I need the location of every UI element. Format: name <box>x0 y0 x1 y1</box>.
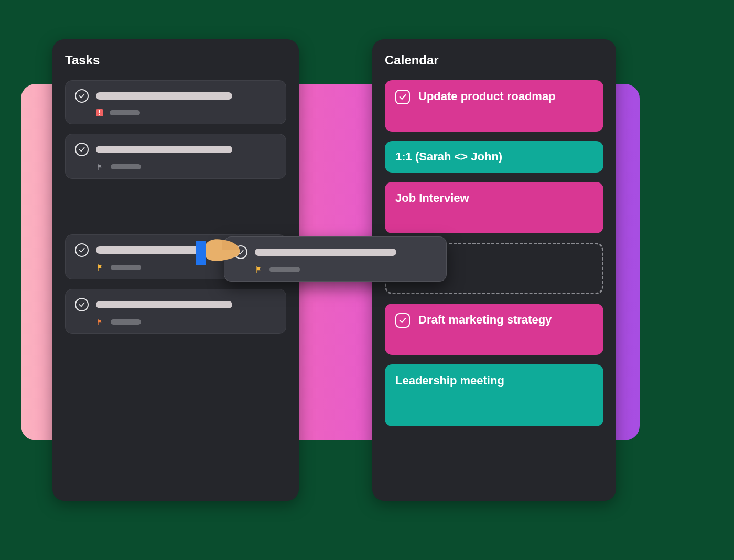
flag-icon <box>96 263 104 272</box>
event-label: Leadership meeting <box>395 374 504 387</box>
calendar-panel-title: Calendar <box>385 53 603 68</box>
checkbox-icon[interactable] <box>75 89 89 103</box>
flag-icon <box>96 318 104 326</box>
dragged-task-card[interactable] <box>224 236 447 282</box>
flag-icon <box>96 163 104 171</box>
event-label: Update product roadmap <box>418 90 556 103</box>
event-label: Draft marketing strategy <box>418 313 552 327</box>
task-meta-placeholder <box>111 164 141 169</box>
task-meta-placeholder <box>110 110 140 115</box>
task-title-placeholder <box>96 301 232 308</box>
urgent-priority-icon <box>96 109 103 116</box>
event-label: Job Interview <box>395 191 469 205</box>
flag-icon <box>255 265 263 274</box>
calendar-event[interactable]: Update product roadmap <box>385 80 603 132</box>
calendar-event[interactable]: Job Interview <box>385 182 603 233</box>
event-checkbox-icon[interactable] <box>395 90 410 104</box>
calendar-event[interactable]: 1:1 (Sarah <> John) <box>385 141 603 173</box>
tasks-panel-title: Tasks <box>65 53 286 68</box>
stage: Tasks <box>8 8 653 522</box>
svg-rect-0 <box>99 110 100 113</box>
task-card[interactable] <box>65 289 286 334</box>
checkbox-icon[interactable] <box>75 143 89 156</box>
checkbox-icon[interactable] <box>75 298 89 311</box>
task-meta-placeholder <box>111 265 141 270</box>
checkbox-icon[interactable] <box>75 243 89 257</box>
event-checkbox-icon[interactable] <box>395 313 410 328</box>
svg-rect-1 <box>99 114 100 115</box>
drag-hand-icon <box>196 239 243 268</box>
task-meta-placeholder <box>269 267 300 272</box>
task-title-placeholder <box>255 249 396 256</box>
calendar-event[interactable]: Leadership meeting <box>385 364 603 426</box>
task-title-placeholder <box>96 92 232 100</box>
task-card[interactable] <box>65 134 286 179</box>
event-label: 1:1 (Sarah <> John) <box>395 150 502 164</box>
task-title-placeholder <box>96 146 232 153</box>
calendar-event[interactable]: Draft marketing strategy <box>385 304 603 355</box>
task-card[interactable] <box>65 80 286 124</box>
task-meta-placeholder <box>111 319 141 325</box>
